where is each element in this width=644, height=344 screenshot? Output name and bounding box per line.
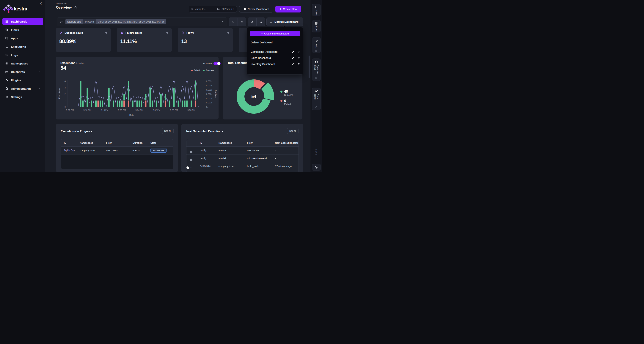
list-search-icon[interactable] <box>104 31 108 34</box>
donut-legend: 48 Success 6 Failed <box>280 90 293 108</box>
flag-icon <box>315 5 318 8</box>
dock-button-label: Help <box>315 43 318 48</box>
dropdown-item-campaigns-dashboard[interactable]: Campaigns Dashboard <box>247 49 303 55</box>
edit-dashboard-icon[interactable] <box>292 50 294 53</box>
table-row[interactable]: 2q1icEza company.team hello_world 0.543s… <box>61 146 173 154</box>
svg-text:Duration: Duration <box>215 89 217 97</box>
breadcrumb[interactable]: Dashboard <box>56 2 67 5</box>
column-header: Flow <box>103 139 130 146</box>
dropdown-item-default-dashboard[interactable]: Default Dashboard <box>247 39 303 45</box>
legend-item-failed[interactable]: Failed <box>191 69 200 72</box>
shortcut-hint: Ctrl/Cmd + K <box>218 8 234 10</box>
next-date-cell: 37 minutes ago <box>272 162 298 170</box>
svg-text:0.002s: 0.002s <box>206 93 212 95</box>
theme-toggle-button[interactable] <box>312 164 321 171</box>
flow-cell[interactable]: hello_world <box>244 162 272 170</box>
trigger-id[interactable]: daily <box>197 146 216 154</box>
filter-actions-group-1 <box>229 17 246 26</box>
table-row[interactable]: daily tutorial hello-world - <box>186 146 298 154</box>
dock-button-help[interactable]: Help <box>312 37 321 53</box>
filter-remove-icon[interactable]: ✕ <box>162 20 164 23</box>
flow-cell[interactable]: hello-world <box>244 146 272 154</box>
dashboard-selector-button[interactable]: Default Dashboard <box>266 17 303 26</box>
list-search-icon[interactable] <box>226 31 229 34</box>
sidebar-item-apps[interactable]: Apps <box>2 34 43 42</box>
warning-icon <box>120 31 124 34</box>
dock-button-get-a-demo[interactable]: Get a demo <box>312 88 321 110</box>
sidebar-item-settings[interactable]: Settings <box>2 93 43 101</box>
dock-button-docs[interactable]: Docs <box>312 20 321 32</box>
delete-dashboard-icon[interactable] <box>298 50 300 53</box>
auto-refresh-disabled-icon[interactable] <box>248 18 256 26</box>
dropdown-item-sales-dashboard[interactable]: Sales Dashboard <box>247 55 303 61</box>
stat-card-success-ratio: Success Ratio 88.89% <box>56 28 111 52</box>
scrollbar-thumb[interactable] <box>308 55 310 78</box>
total-executions-donut[interactable] <box>232 75 276 118</box>
delete-dashboard-icon[interactable] <box>298 63 300 65</box>
filter-search-button[interactable] <box>229 18 238 26</box>
external-link-icon <box>315 106 318 108</box>
sidebar-item-namespaces[interactable]: Namespaces <box>2 60 43 67</box>
namespace-cell[interactable]: company.team <box>216 162 244 170</box>
create-new-dashboard-button[interactable]: + Create new dashboard <box>250 31 300 36</box>
favorite-star-icon[interactable] <box>74 6 77 9</box>
namespace-cell[interactable]: company.team <box>77 146 103 154</box>
sidebar-item-blueprints[interactable]: Blueprints <box>2 68 43 76</box>
list-search-icon[interactable] <box>166 31 168 34</box>
history-icon[interactable] <box>57 20 66 23</box>
namespace-cell[interactable]: tutorial <box>216 146 244 154</box>
create-dashboard-button[interactable]: Create Dashboard <box>239 5 273 12</box>
flow-cell[interactable]: hello_world <box>103 146 130 154</box>
donut-legend-item-failed[interactable]: 6 Failed <box>280 99 293 106</box>
in-progress-panel: Executions In Progress See all IDNamespa… <box>56 124 178 172</box>
running-state-badge[interactable]: RUNNING <box>150 148 167 153</box>
save-filter-button[interactable] <box>238 18 246 26</box>
trigger-id[interactable]: daily <box>197 154 216 162</box>
sidebar-item-dashboards[interactable]: Dashboards <box>2 18 43 25</box>
filter-bar[interactable]: absolute date between Mon, Feb 10, 2025 … <box>57 17 227 26</box>
stat-title: Success Ratio <box>64 31 83 34</box>
svg-text:0.001s: 0.001s <box>206 102 212 104</box>
duration-toggle[interactable]: ✓ <box>214 62 220 65</box>
trigger-id[interactable]: schedule <box>197 162 216 170</box>
table-row[interactable]: daily tutorial microservices-and... - <box>186 154 298 162</box>
version-label: 0.21.0 <box>314 149 317 155</box>
sidebar-collapse-icon[interactable]: ❮ <box>40 2 42 5</box>
create-flow-button[interactable]: + Create Flow <box>276 5 301 12</box>
execution-id[interactable]: 2q1icEza <box>61 146 77 154</box>
column-header: Duration <box>130 139 148 146</box>
next-date-cell: - <box>272 154 298 162</box>
legend-item-success[interactable]: Success <box>203 69 214 72</box>
dock-button-label: Open an Issue <box>314 65 319 75</box>
dropdown-item-inventory-dashboard[interactable]: Inventory Dashboard <box>247 61 303 67</box>
svg-text:5:18 PM: 5:18 PM <box>101 109 108 111</box>
filter-chip[interactable]: absolute date between Mon, Feb 10, 2025 … <box>66 19 166 24</box>
dock-button-open-an-issue[interactable]: Open an Issue <box>312 58 321 81</box>
flow-cell[interactable]: microservices-and... <box>244 154 272 162</box>
svg-text:5:58 PM: 5:58 PM <box>188 109 195 111</box>
sidebar-item-administration[interactable]: Administration <box>2 85 43 92</box>
in-progress-see-all-button[interactable]: See all <box>162 128 174 134</box>
stat-card-flows: Flows 13 <box>178 28 233 52</box>
edit-dashboard-icon[interactable] <box>292 57 294 59</box>
sidebar-item-logs[interactable]: Logs <box>2 51 43 59</box>
svg-text:4: 4 <box>64 80 66 82</box>
delete-dashboard-icon[interactable] <box>298 57 300 59</box>
svg-text:3: 3 <box>64 87 66 89</box>
edit-dashboard-icon[interactable] <box>292 63 294 65</box>
scheduled-see-all-button[interactable]: See all <box>287 128 299 134</box>
sidebar-item-plugins[interactable]: Plugins <box>2 76 43 84</box>
table-row[interactable]: ✓ schedule company.team hello_world 37 m… <box>186 162 298 170</box>
donut-legend-item-success[interactable]: 48 Success <box>280 90 293 96</box>
sidebar-item-executions[interactable]: Executions <box>2 43 43 50</box>
refresh-button[interactable] <box>256 18 265 26</box>
namespace-cell[interactable]: tutorial <box>216 154 244 162</box>
trigger-toggle-cell <box>186 146 197 154</box>
executions-chart[interactable]: 012340s0.001s0.001s0.002s0.002s0.003s0.0… <box>57 78 218 118</box>
chevron-down-icon[interactable] <box>222 20 224 23</box>
dock-button-news[interactable]: News <box>312 4 321 16</box>
stat-value: 13 <box>181 38 229 44</box>
sidebar-item-flows[interactable]: Flows <box>2 26 43 34</box>
kestra-logo[interactable]: kestra. <box>5 5 28 13</box>
jump-to-search[interactable]: Jump to... Ctrl/Cmd + K <box>189 5 237 12</box>
